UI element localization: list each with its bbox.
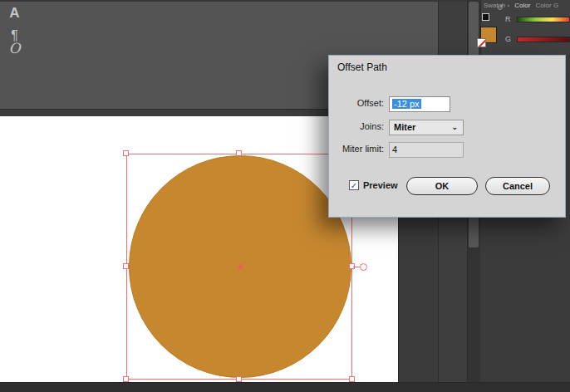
color-panel-tabs: Swatch ⬩ Color Color G — [480, 2, 570, 12]
miter-limit-input[interactable]: 4 — [389, 142, 464, 158]
handle-bottom-right[interactable] — [349, 376, 355, 382]
none-color-chip[interactable] — [477, 38, 486, 47]
dialog-title: Offset Path — [337, 61, 387, 73]
offset-input[interactable]: -12 px — [389, 96, 450, 112]
offset-path-dialog: Offset Path Offset: -12 px Joins: Miter … — [328, 55, 566, 218]
handle-top-left[interactable] — [123, 150, 129, 156]
bottom-status-strip — [0, 382, 570, 392]
channel-g-slider[interactable] — [517, 37, 570, 42]
tab-color[interactable]: Color — [514, 2, 530, 9]
preview-label: Preview — [363, 180, 398, 190]
handle-bottom-left[interactable] — [123, 376, 129, 382]
handle-bottom-mid[interactable] — [236, 376, 242, 382]
handle-mid-left[interactable] — [123, 263, 129, 269]
tab-color-guide[interactable]: Color G — [536, 2, 559, 9]
diamond-icon: ⬩ — [507, 2, 509, 8]
offset-label: Offset: — [311, 98, 384, 108]
handle-top-mid[interactable] — [236, 150, 242, 156]
chevron-down-icon: ⌄ — [451, 120, 458, 135]
joins-label: Joins: — [311, 121, 384, 131]
side-widget-handle[interactable] — [360, 263, 367, 271]
channel-g-label: G — [505, 35, 511, 43]
offset-selected-text: -12 px — [392, 99, 421, 109]
opentype-panel-icon[interactable]: O — [0, 40, 29, 56]
ok-button[interactable]: OK — [406, 177, 478, 195]
selection-center-point[interactable] — [238, 265, 243, 269]
side-widget-line — [353, 267, 360, 267]
swap-colors-icon[interactable]: ↺ — [497, 3, 504, 12]
fill-stroke-mini-icon[interactable] — [482, 13, 489, 21]
miter-limit-label: Miter limit: — [311, 144, 384, 154]
channel-r-label: R — [505, 15, 511, 23]
joins-dropdown[interactable]: Miter ⌄ — [389, 120, 464, 135]
miter-limit-value: 4 — [392, 145, 397, 154]
joins-value: Miter — [394, 122, 415, 132]
cancel-button[interactable]: Cancel — [485, 177, 550, 195]
channel-r-slider[interactable] — [517, 17, 570, 22]
character-panel-icon[interactable]: A — [0, 5, 29, 22]
preview-checkbox[interactable]: ✓ — [349, 180, 359, 190]
